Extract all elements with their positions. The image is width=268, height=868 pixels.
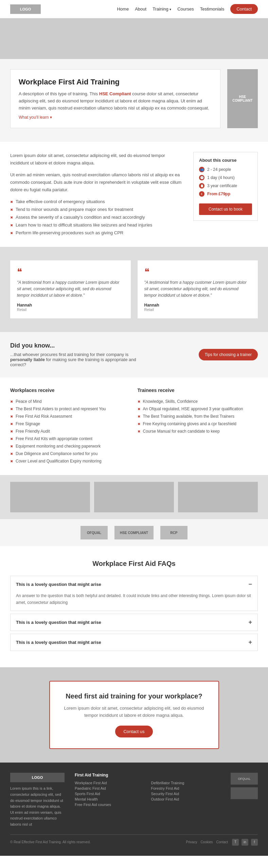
- gallery-image-2: [94, 482, 174, 512]
- faq-item-2: This is a lovely question that might ari…: [10, 634, 258, 651]
- trainees-list: Knowledge, Skills, ConfidenceAn Ofqual r…: [138, 398, 258, 435]
- clock-icon: 🕐: [199, 175, 204, 180]
- testimonials-section: ❝ "A testimonial from a happy customer L…: [0, 247, 268, 332]
- trainee-item: An Ofqual regulated, HSE approved 3 year…: [138, 405, 258, 413]
- footer-bottom-link[interactable]: Cookies: [200, 840, 213, 844]
- body-bullet-item: Perform life-preserving procedures such …: [10, 229, 183, 237]
- faq-question-2[interactable]: This is a lovely question that might ari…: [11, 634, 257, 651]
- trainee-item: The Best Training available, from the Be…: [138, 413, 258, 420]
- workplace-item: Cover Level and Qualification Expiry mon…: [10, 457, 131, 465]
- benefits-inner: Workplaces receive Peace of MindThe Best…: [10, 388, 258, 465]
- course-description: A description of this type of training. …: [19, 91, 212, 112]
- workplace-item: Peace of Mind: [10, 398, 131, 405]
- workplace-item: Free Signage: [10, 420, 131, 428]
- trainee-item: Course Manual for each candidate to keep: [138, 428, 258, 435]
- body-bullets: Take effective control of emergency situ…: [10, 198, 183, 237]
- nav-contact-button[interactable]: Contact: [230, 4, 258, 14]
- footer-social: Tinf: [232, 839, 258, 846]
- footer-link[interactable]: Forestry First Aid: [151, 786, 221, 790]
- footer-link[interactable]: Security First Aid: [151, 792, 221, 796]
- testimonial-text: "A testimonial from a happy customer Lor…: [17, 279, 124, 299]
- tips-for-trainer-button[interactable]: Tips for choosing a trainer: [199, 349, 258, 360]
- testimonials-inner: ❝ "A testimonial from a happy customer L…: [10, 260, 258, 319]
- body-bullet-item: Learn how to react to difficult situatio…: [10, 221, 183, 229]
- footer-link[interactable]: Outdoor First Aid: [151, 797, 221, 801]
- did-you-know-section: Did you know... ...that whoever procures…: [0, 332, 268, 377]
- footer-col2: Defibrillator TrainingForestry First Aid…: [151, 781, 221, 808]
- footer-two-col: Workplace First AidPaediatric First AidS…: [75, 781, 220, 808]
- social-icon-1[interactable]: in: [242, 839, 248, 846]
- footer-logo-col: LOGO Lorem ipsum this is a link, consect…: [10, 773, 65, 827]
- workplace-item: The Best First Aiders to protect and rep…: [10, 405, 131, 413]
- logos-section: OFQUALHSE COMPLIANTRCP: [0, 519, 268, 546]
- nav-training[interactable]: Training ▾: [153, 6, 171, 12]
- faq-answer-0: An answer to the question that is both h…: [11, 593, 257, 610]
- cta-description: Lorem ipsum dolor sit amet, consectetur …: [61, 705, 208, 719]
- trainees-receive-col: Trainees receive Knowledge, Skills, Conf…: [138, 388, 258, 465]
- course-main-card: Workplace First Aid Training A descripti…: [10, 69, 220, 128]
- about-course-title: About this course: [199, 158, 252, 163]
- social-icon-0[interactable]: T: [232, 839, 239, 846]
- faq-question-0[interactable]: This is a lovely question that might ari…: [11, 576, 257, 593]
- footer-bottom-link[interactable]: Privacy: [186, 840, 197, 844]
- footer-col1-title: First Aid Training: [75, 773, 220, 777]
- hero-image: [0, 18, 268, 59]
- cta-title: Need first aid training for your workpla…: [61, 692, 208, 700]
- testimonial-text: "A testimonial from a happy customer Lor…: [144, 279, 251, 299]
- footer-links-col: First Aid Training Workplace First AidPa…: [75, 773, 220, 827]
- nav-about[interactable]: About: [135, 6, 146, 12]
- gallery-image-3: [178, 482, 258, 512]
- body-bullet-item: Tend to minor wounds and prepare major o…: [10, 205, 183, 213]
- footer-bottom-link[interactable]: Contact: [216, 840, 228, 844]
- faq-section: Workplace First Aid FAQs This is a lovel…: [0, 546, 268, 667]
- footer-link[interactable]: Free First Aid courses: [75, 803, 144, 807]
- dyk-title: Did you know...: [10, 342, 146, 349]
- price-icon: £: [199, 191, 204, 197]
- about-course-box: About this course 👥 2 - 24 people 🕐 1 da…: [193, 152, 258, 221]
- social-icon-2[interactable]: f: [251, 839, 258, 846]
- faq-toggle-icon-0: −: [248, 581, 252, 588]
- testimonial-role: Retail: [17, 308, 124, 312]
- cta-contact-button[interactable]: Contact us: [115, 726, 153, 737]
- contact-book-button[interactable]: Contact us to book: [199, 203, 252, 215]
- logo-badge-1: HSE COMPLIANT: [114, 526, 154, 539]
- footer-copyright: © Real Effective First Aid Training. All…: [10, 840, 91, 844]
- faq-item-1: This is a lovely question that might ari…: [10, 614, 258, 631]
- cta-section: Need first aid training for your workpla…: [0, 667, 268, 763]
- footer-link[interactable]: Workplace First Aid: [75, 781, 144, 785]
- logo-badge-2: RCP: [160, 526, 187, 539]
- workplace-item: Equipment monitoring and checking paperw…: [10, 442, 131, 450]
- workplace-item: Free Friendly Audit: [10, 428, 131, 435]
- testimonial-author: Hannah: [144, 303, 251, 308]
- footer-link[interactable]: Defibrillator Training: [151, 781, 221, 785]
- nav-testimonials[interactable]: Testimonials: [200, 6, 225, 12]
- faq-question-text: This is a lovely question that might ari…: [16, 620, 101, 625]
- faq-list: This is a lovely question that might ari…: [10, 576, 258, 651]
- about-people: 👥 2 - 24 people: [199, 167, 252, 172]
- logo-badge-0: OFQUAL: [81, 526, 108, 539]
- body-right: About this course 👥 2 - 24 people 🕐 1 da…: [193, 152, 258, 236]
- footer-bottom-links: PrivacyCookiesContact: [186, 840, 228, 844]
- about-certificate: 📋 3 year certificate: [199, 183, 252, 189]
- footer-badge2: [231, 787, 258, 799]
- faq-question-1[interactable]: This is a lovely question that might ari…: [11, 614, 257, 631]
- body-bullet-item: Assess the severity of a casualty's cond…: [10, 213, 183, 221]
- about-price: £ From £79pp: [199, 191, 252, 197]
- hse-badge: HSE COMPLIANT: [227, 69, 258, 128]
- trainee-item: Free Keyring containing gloves and a cpr…: [138, 420, 258, 428]
- faq-question-text: This is a lovely question that might ari…: [16, 640, 101, 645]
- gallery-image-1: [10, 482, 90, 512]
- footer-description: Lorem ipsum this is a link, consectetur …: [10, 786, 65, 827]
- what-learn-link[interactable]: What you'll learn ▾: [19, 115, 52, 120]
- footer-link[interactable]: Paediatric First Aid: [75, 786, 144, 790]
- certificate-icon: 📋: [199, 183, 204, 189]
- cta-box: Need first aid training for your workpla…: [49, 681, 219, 749]
- nav-home[interactable]: Home: [117, 6, 129, 12]
- nav-courses[interactable]: Courses: [177, 6, 194, 12]
- footer-link[interactable]: Mental Health: [75, 797, 144, 801]
- footer-link[interactable]: Sports First Aid: [75, 792, 144, 796]
- nav-logo: LOGO: [10, 4, 41, 14]
- body-bullet-item: Take effective control of emergency situ…: [10, 198, 183, 205]
- course-section: Workplace First Aid Training A descripti…: [0, 59, 268, 142]
- quote-mark: ❝: [17, 267, 124, 277]
